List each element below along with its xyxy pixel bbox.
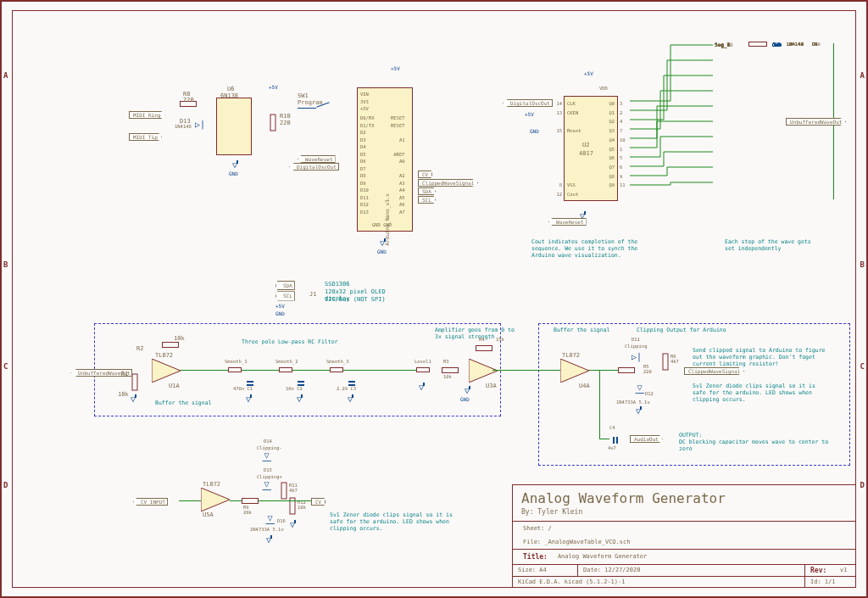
u5a-part: TL072 [203,481,220,488]
arduino-left-pins: D0/RXD1/TXD2 D3D4D5 D6D7D8 D9D10D11 D12D… [360,115,375,215]
u5a-opamp [201,488,230,511]
svg-marker-1 [469,359,498,383]
clip-note-zener: 5v1 Zener diode clips signal so it is sa… [693,383,828,403]
r1-gnd [131,394,140,403]
r11 [281,483,287,500]
arduino-gnd [381,238,389,247]
title-block: Analog Waveform Generator By: Tyler Klei… [512,484,855,587]
arduino-right-pins: RESETRESET A1 AREF A0 A2A3 A4A5 A6A7 [391,115,405,215]
edge-c-left: C [3,362,8,371]
u1a-ref: U1A [169,383,180,389]
tag-cv-in: CV_INPUT [133,498,168,506]
sw1-ref: SW1 [298,92,309,99]
level1 [416,367,430,372]
r10-val: 220 [280,120,291,126]
u6-p5v: +5V [269,84,278,90]
svg-marker-2 [560,359,589,383]
smooth-3 [330,367,343,372]
d15-symbol: ▷| [263,482,272,492]
r5 [618,367,635,373]
tag-sda: SDA [418,187,436,195]
clip-note-send: Send clipped signal to Arduino to figure… [693,347,828,367]
tag-u2-wavereset: WaveReset [548,218,587,226]
u2-p5v-b: +5V [525,111,534,117]
svg-marker-0 [152,359,181,383]
tag-clippedwave: ClippedWaveSignal [418,179,478,187]
smooth2-label: Smooth_2 [275,359,298,364]
arduino-block: +5V Arduino_Nano_v3.x VIN3V3+5V D0/RXD1/… [333,70,435,249]
midi-block: U6 6N138 +5V MIDI_Ring MIDI_Tip R8 220 D… [136,86,305,187]
u4a-ref: U4A [579,383,590,389]
edge-b-right: B [860,260,865,269]
d13-symbol: ▷| [195,120,205,129]
u1a-part: TL072 [155,352,173,359]
r10 [270,115,276,131]
tb-size: Size: A4 [513,565,577,576]
r3 [442,367,459,373]
edge-d-left: D [3,481,8,489]
smooth-2 [279,367,292,372]
tag-cv: CV [418,170,432,178]
edge-c-right: C [860,362,865,371]
title-main: Analog Waveform Generator [513,485,855,508]
u6-gnd-label: GND [229,170,238,176]
u6-gnd [233,160,242,169]
smooth1-label: Smooth_1 [225,359,248,364]
tb-id: Id: 1/1 [804,577,855,587]
u2-gnd-a: GND [530,128,539,134]
tag-clip-out: ClippedWaveSignal [684,367,744,375]
r9 [242,498,259,504]
u1a-opamp [152,359,181,383]
u2-right: Q0Q1Q2 Q3Q4Q5 Q6Q7Q8 Q9 [606,99,615,190]
clip-chain: Buffer the signal Clipping Output for Ar… [543,327,849,464]
u2-ref: U2 [582,142,589,148]
drawing-area: U6 6N138 +5V MIDI_Ring MIDI_Tip R8 220 D… [12,10,856,588]
r4 [476,345,492,351]
d16-symbol: ▷| [266,516,275,526]
tag-cv-out: CV [311,498,326,506]
tb-sheet: Sheet: / [518,523,557,534]
u2-note: Cout indicates completion of the sequenc… [531,238,659,259]
arduino-gnd-label: GND [377,249,387,254]
r8-val: 220 [183,97,194,103]
oled-part: SSD1306 [325,281,350,288]
u6-ref: U6 [227,86,234,92]
amp-title: Amplifier goes from 0 to 3x signal stren… [435,327,520,340]
r1-ref: R1 [121,371,128,377]
u6-part: 6N138 [220,92,238,99]
u2-fanout [620,31,730,218]
sequencer-block: +5V U2 4017 CLKCKEN Reset VSSCout 1413 1… [531,45,845,265]
filter-title: Three pole Low-pass RC Filter [242,338,338,345]
d11-name: Clipping [625,344,648,349]
smooth3-label: Smooth_3 [326,359,349,364]
cv-note: 5v1 Zener diode clips signal so it is sa… [330,511,457,532]
svg-marker-3 [201,488,230,511]
tb-title-label: Title: [518,551,553,562]
tag-digoscout: DigitalOscOut [289,163,339,170]
arduino-5v: +5V [391,65,400,71]
d11-symbol: ▷| [632,352,642,361]
tag-u2-digosc: DigitalOscOut [503,99,553,107]
r1-val: 10k [118,391,129,398]
level1-label: Level1 [415,359,431,364]
edge-a-right: A [860,71,865,80]
arduino-bot-pins: GND GND [372,221,392,229]
d14-symbol: ▷| [263,453,272,463]
r10-ref: R10 [280,113,291,120]
clip-title2: Clipping Output for Arduino [637,327,726,333]
tb-title-val: Analog Waveform Generator [553,551,652,562]
buffer-title: Buffer the signal [155,400,212,406]
tb-prog: KiCad E.D.A. kicad (5.1.2-1)-1 [513,577,804,587]
tag-audio-out: AudioOut [630,435,663,443]
u2-p5v-a: +5V [584,70,593,76]
tb-file: File: _AnalogWaveTable_VCO.sch [518,537,635,547]
d11-ref: D11 [632,337,640,342]
u4a-opamp [560,359,589,383]
u4a-part: TL072 [562,352,580,359]
r6 [663,354,669,371]
u5a-ref: U5A [203,511,214,518]
u6-optoisolator [216,98,252,155]
clip-title1: Buffer the signal [554,327,610,333]
tb-date: Date: 12/27/2020 [577,565,804,576]
oled-pins: SDA SCL +5V GND [275,281,295,318]
